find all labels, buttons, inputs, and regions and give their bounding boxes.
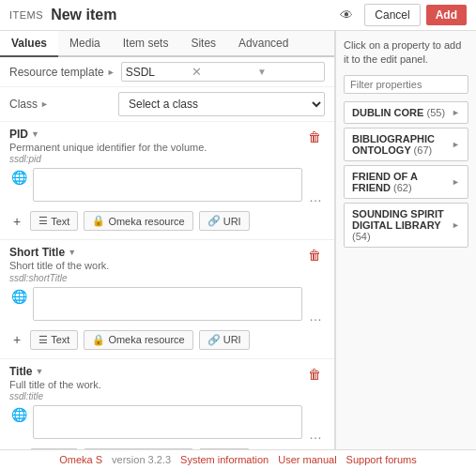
property-name-title-ssdl: Title ▼: [9, 365, 300, 378]
more-options-button[interactable]: …: [306, 427, 325, 442]
property-id-title-ssdl: ssdl:title: [9, 391, 300, 401]
omeka-resource-type-button[interactable]: 🔒 Omeka resource: [84, 211, 192, 231]
dublin-core-header[interactable]: DUBLIN CORE (55) ►: [345, 102, 468, 123]
tab-item-sets[interactable]: Item sets: [112, 31, 180, 57]
property-id-pid: ssdl:pid: [9, 154, 300, 164]
footer-version: version 3.2.3: [112, 454, 171, 465]
ssdl-count: (54): [352, 231, 371, 242]
resource-template-label: Resource template ►: [9, 66, 115, 79]
title-ssdl-input[interactable]: [33, 405, 302, 439]
uri-type-button[interactable]: 🔗 URI: [199, 211, 250, 231]
omeka-icon: 🔒: [92, 215, 105, 227]
omeka-icon: 🔒: [92, 334, 105, 346]
more-options-button[interactable]: …: [306, 309, 325, 324]
chevron-icon: ▼: [68, 248, 76, 257]
text-label: Text: [51, 334, 69, 345]
omeka-resource-type-button[interactable]: 🔒 Omeka resource: [84, 330, 192, 350]
delete-pid-button[interactable]: 🗑: [304, 128, 325, 146]
delete-short-title-button[interactable]: 🗑: [304, 246, 325, 265]
add-short-title-button[interactable]: +: [9, 330, 24, 349]
right-panel: Click on a property to add it to the edi…: [335, 31, 476, 469]
system-info-link[interactable]: System information: [180, 454, 269, 465]
uri-type-button[interactable]: 🔗 URI: [199, 330, 250, 350]
text-label: Text: [51, 216, 69, 227]
globe-icon[interactable]: 🌐: [9, 168, 29, 187]
pid-input[interactable]: [33, 168, 302, 202]
property-group-ssdl: SOUNDING SPIRIT DIGITAL LIBRARY (54) ►: [344, 203, 468, 248]
short-title-input-area: 🌐 …: [9, 287, 325, 324]
left-panel: Values Media Item sets Sites Advanced Re…: [0, 31, 335, 469]
breadcrumb-items: ITEMS: [9, 9, 43, 21]
property-desc-pid: Permanent unique identifier for the volu…: [9, 141, 300, 154]
property-name-short-title: Short Title ▼: [9, 246, 300, 259]
link-icon: 🔗: [207, 215, 221, 227]
property-meta-short-title: Short Title ▼ Short title of the work. s…: [9, 246, 300, 282]
property-block-pid: PID ▼ Permanent unique identifier for th…: [0, 122, 334, 240]
property-header-short-title: Short Title ▼ Short title of the work. s…: [9, 246, 325, 282]
resource-template-value: SSDL: [126, 66, 189, 79]
cancel-button[interactable]: Cancel: [364, 4, 420, 26]
omeka-label: Omeka resource: [108, 216, 184, 227]
link-icon: 🔗: [207, 334, 221, 346]
page-header: ITEMS New item 👁 Cancel Add: [0, 0, 476, 31]
ssdl-header[interactable]: SOUNDING SPIRIT DIGITAL LIBRARY (54) ►: [345, 204, 468, 247]
property-block-short-title: Short Title ▼ Short title of the work. s…: [0, 240, 334, 358]
right-panel-hint: Click on a property to add it to the edi…: [344, 38, 468, 68]
chevron-icon: ►: [40, 99, 49, 109]
tab-media[interactable]: Media: [58, 31, 112, 57]
property-desc-short-title: Short title of the work.: [9, 259, 300, 272]
delete-title-ssdl-button[interactable]: 🗑: [304, 365, 325, 384]
property-group-biblio: BIBLIOGRAPHIC ONTOLOGY (67) ►: [344, 128, 468, 161]
uri-label: URI: [223, 216, 241, 227]
expand-foaf-icon: ►: [452, 177, 460, 187]
page-title: New item: [51, 7, 327, 23]
short-title-text-wrap: [33, 287, 302, 324]
omeka-link[interactable]: Omeka S: [59, 454, 102, 465]
property-header-pid: PID ▼ Permanent unique identifier for th…: [9, 128, 325, 164]
dublin-core-name: DUBLIN CORE: [352, 107, 423, 118]
short-title-add-row: + ☰ Text 🔒 Omeka resource 🔗 URI: [9, 327, 325, 353]
short-title-input[interactable]: [33, 287, 302, 321]
pid-input-area: 🌐 …: [9, 168, 325, 204]
text-type-button[interactable]: ☰ Text: [30, 211, 78, 231]
resource-template-row: Resource template ► SSDL ✕ ▼: [0, 57, 334, 87]
main-layout: Values Media Item sets Sites Advanced Re…: [0, 31, 476, 469]
chevron-icon: ►: [107, 68, 115, 77]
resource-template-select[interactable]: SSDL ✕ ▼: [121, 62, 325, 82]
tab-values[interactable]: Values: [0, 31, 58, 57]
text-icon: ☰: [38, 334, 48, 346]
preview-button[interactable]: 👁: [334, 5, 359, 25]
dublin-core-count: (55): [426, 107, 445, 118]
user-manual-link[interactable]: User manual: [278, 454, 336, 465]
expand-ssdl-icon: ►: [452, 220, 460, 230]
class-select[interactable]: Select a class: [118, 92, 325, 116]
more-options-button[interactable]: …: [306, 189, 325, 204]
text-type-button[interactable]: ☰ Text: [30, 330, 78, 350]
clear-template-button[interactable]: ✕: [189, 65, 257, 79]
header-actions: 👁 Cancel Add: [334, 4, 467, 26]
biblio-count: (67): [414, 144, 433, 156]
globe-icon[interactable]: 🌐: [9, 405, 29, 424]
filter-properties-input[interactable]: [344, 75, 468, 94]
support-link[interactable]: Support forums: [346, 454, 417, 465]
tab-sites[interactable]: Sites: [179, 31, 227, 57]
biblio-header[interactable]: BIBLIOGRAPHIC ONTOLOGY (67) ►: [345, 129, 468, 160]
class-row: Class ► Select a class: [0, 87, 334, 122]
pid-add-row: + ☰ Text 🔒 Omeka resource 🔗 URI: [9, 208, 325, 234]
foaf-header[interactable]: FRIEND OF A FRIEND (62) ►: [345, 166, 468, 198]
text-icon: ☰: [38, 215, 48, 227]
tab-advanced[interactable]: Advanced: [227, 31, 299, 57]
uri-label: URI: [223, 334, 241, 345]
title-ssdl-input-area: 🌐 …: [9, 405, 325, 442]
omeka-label: Omeka resource: [108, 334, 184, 345]
add-pid-button[interactable]: +: [9, 212, 24, 231]
add-button[interactable]: Add: [426, 5, 467, 25]
property-name-pid: PID ▼: [9, 128, 300, 141]
property-meta-title-ssdl: Title ▼ Full title of the work. ssdl:tit…: [9, 365, 300, 401]
property-group-dublin-core: DUBLIN CORE (55) ►: [344, 101, 468, 124]
tab-bar: Values Media Item sets Sites Advanced: [0, 31, 334, 57]
property-header-title-ssdl: Title ▼ Full title of the work. ssdl:tit…: [9, 365, 325, 401]
pid-text-wrap: [33, 168, 302, 204]
globe-icon[interactable]: 🌐: [9, 287, 29, 306]
property-group-foaf: FRIEND OF A FRIEND (62) ►: [344, 165, 468, 199]
